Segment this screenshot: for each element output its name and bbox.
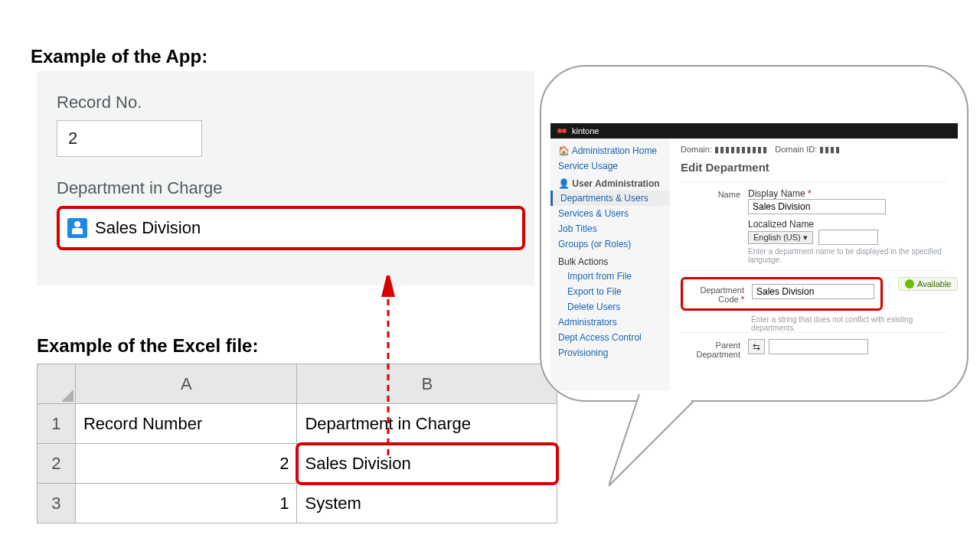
- domain-id-label: Domain ID:: [775, 145, 817, 154]
- admin-sidebar: 🏠 Administration Home Service Usage 👤 Us…: [550, 139, 670, 391]
- sidebar-item-groups[interactable]: Groups (or Roles): [550, 236, 670, 252]
- sidebar-group-user-admin: 👤 User Administration: [550, 174, 670, 191]
- kintone-logo-icon: [557, 126, 567, 136]
- display-name-input[interactable]: [748, 199, 886, 214]
- excel-cell: Department in Charge: [297, 404, 557, 444]
- sidebar-item-label: Administration Home: [572, 145, 657, 156]
- sidebar-item-service-usage[interactable]: Service Usage: [550, 158, 670, 174]
- required-asterisk: *: [741, 295, 744, 304]
- sidebar-item-import[interactable]: Import from File: [550, 269, 670, 284]
- table-row: 1 Record Number Department in Charge: [38, 404, 557, 444]
- available-badge: Available: [898, 277, 958, 291]
- dept-code-input[interactable]: [752, 284, 874, 299]
- domain-info: Domain: ▮▮▮▮▮▮▮▮▮▮ Domain ID: ▮▮▮▮: [681, 145, 947, 155]
- excel-row-number: 1: [38, 404, 76, 444]
- parent-dept-input[interactable]: [769, 339, 868, 354]
- excel-row-number: 2: [38, 444, 76, 484]
- excel-row-number: 3: [38, 484, 76, 523]
- name-row-label: Name: [681, 188, 740, 264]
- excel-example-table: A B 1 Record Number Department in Charge…: [37, 364, 557, 523]
- sidebar-item-admin-home[interactable]: 🏠 Administration Home: [550, 143, 670, 158]
- admin-main: Domain: ▮▮▮▮▮▮▮▮▮▮ Domain ID: ▮▮▮▮ Edit …: [670, 139, 958, 391]
- excel-col-header-a: A: [75, 364, 297, 404]
- excel-cell: System: [297, 484, 557, 523]
- sidebar-item-departments-users[interactable]: Departments & Users: [550, 191, 670, 206]
- dept-code-hint: Enter a string that does not conflict wi…: [751, 315, 947, 332]
- app-example-panel: Record No. 2 Department in Charge Sales …: [37, 71, 534, 285]
- table-row: 2 2 Sales Division: [38, 444, 557, 484]
- admin-screenshot-callout: kintone 🏠 Administration Home Service Us…: [540, 65, 969, 478]
- sidebar-item-services-users[interactable]: Services & Users: [550, 206, 670, 221]
- sidebar-item-provisioning[interactable]: Provisioning: [550, 345, 670, 360]
- department-code-highlight: Department Code *: [681, 277, 883, 311]
- sidebar-item-export[interactable]: Export to File: [550, 284, 670, 299]
- required-asterisk: *: [808, 188, 812, 199]
- sidebar-group-bulk: Bulk Actions: [550, 252, 670, 269]
- heading-excel-example: Example of the Excel file:: [37, 335, 258, 357]
- dept-in-charge-value: Sales Division: [95, 218, 201, 238]
- localized-name-label: Localized Name: [748, 219, 947, 230]
- table-row: 3 1 System: [38, 484, 557, 523]
- sidebar-item-delete-users[interactable]: Delete Users: [550, 299, 670, 315]
- language-select[interactable]: English (US) ▾: [748, 231, 813, 244]
- excel-select-all-corner: [38, 364, 76, 404]
- sidebar-item-label: User Administration: [572, 178, 659, 189]
- svg-marker-0: [61, 390, 74, 402]
- sidebar-item-administrators[interactable]: Administrators: [550, 315, 670, 330]
- heading-app-example: Example of the App:: [31, 46, 207, 67]
- org-tree-button[interactable]: ⇆: [748, 339, 765, 354]
- domain-label: Domain:: [681, 145, 712, 154]
- excel-cell: 1: [75, 484, 297, 523]
- department-icon: [67, 218, 87, 238]
- kintone-top-bar: kintone: [550, 123, 958, 139]
- display-name-label: Display Name: [748, 188, 805, 199]
- svg-point-2: [557, 129, 562, 133]
- sidebar-item-job-titles[interactable]: Job Titles: [550, 221, 670, 236]
- dept-in-charge-label: Department in Charge: [57, 178, 514, 198]
- svg-point-3: [562, 129, 567, 133]
- record-no-label: Record No.: [57, 93, 514, 112]
- parent-dept-label: Parent Department: [681, 339, 740, 359]
- excel-cell: Record Number: [75, 404, 297, 444]
- record-no-value: 2: [57, 120, 202, 157]
- dept-code-label: Department Code: [701, 285, 744, 304]
- sidebar-item-dept-access[interactable]: Dept Access Control: [550, 330, 670, 345]
- page-title: Edit Department: [681, 161, 947, 174]
- localized-hint: Enter a department name to be displayed …: [748, 247, 947, 264]
- excel-cell-highlight: Sales Division: [297, 444, 557, 484]
- callout-tail: [609, 394, 716, 494]
- excel-col-header-b: B: [297, 364, 557, 404]
- excel-cell: 2: [75, 444, 297, 484]
- localized-name-input[interactable]: [818, 230, 878, 245]
- dept-in-charge-field-highlight: Sales Division: [57, 206, 525, 250]
- kintone-brand-label: kintone: [572, 126, 599, 135]
